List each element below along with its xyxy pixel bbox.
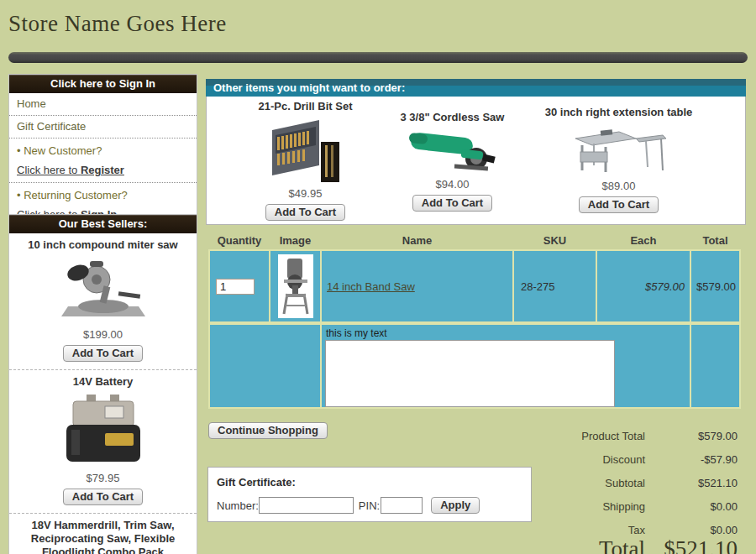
header-divider-bar bbox=[8, 52, 748, 63]
new-customer-block: • New Customer? Click here to Register bbox=[9, 138, 197, 183]
product-price: $79.95 bbox=[13, 472, 193, 484]
image-cell bbox=[270, 251, 320, 321]
totals-value: $579.00 bbox=[645, 430, 738, 442]
extension-table-image bbox=[537, 123, 701, 176]
cart-item-total-price: $579.00 bbox=[691, 280, 739, 293]
product-title: 30 inch right extension table bbox=[537, 106, 701, 118]
best-sellers-panel: Our Best Sellers: 10 inch compound miter… bbox=[8, 214, 197, 554]
sidebar-link-gift-certificate[interactable]: Gift Certificate bbox=[9, 116, 197, 138]
name-cell: 14 inch Band Saw bbox=[322, 251, 512, 321]
column-header-sku: SKU bbox=[514, 233, 596, 249]
product-price: $89.00 bbox=[537, 180, 701, 192]
best-seller-item: 10 inch compound miter saw $199.00 Add T… bbox=[9, 233, 197, 370]
best-sellers-header: Our Best Sellers: bbox=[9, 215, 197, 233]
totals-row: Subtotal $521.10 bbox=[504, 471, 738, 494]
totals-label: Discount bbox=[504, 453, 645, 466]
column-header-image: Image bbox=[270, 233, 320, 249]
totals-label: Shipping bbox=[504, 500, 645, 513]
grand-total-row: Total $521.10 bbox=[504, 536, 738, 554]
totals-value: $0.00 bbox=[645, 524, 738, 536]
add-to-cart-button[interactable]: Add To Cart bbox=[265, 204, 345, 221]
gift-certificate-title: Gift Certificate: bbox=[217, 476, 522, 489]
signin-panel-header[interactable]: Click here to Sign In bbox=[9, 75, 197, 93]
cart-item-each-price: $579.00 bbox=[597, 280, 690, 293]
column-header-quantity: Quantity bbox=[210, 233, 269, 249]
totals-row: Product Total $579.00 bbox=[504, 424, 738, 447]
order-totals: Product Total $579.00 Discount -$57.90 S… bbox=[504, 424, 738, 541]
best-seller-item: 18V Hammerdrill, Trim Saw, Reciprocating… bbox=[9, 514, 197, 554]
page: Store Name Goes Here Click here to Sign … bbox=[0, 0, 756, 554]
add-to-cart-button[interactable]: Add To Cart bbox=[579, 196, 659, 213]
cordless-saw-image bbox=[375, 128, 530, 175]
column-header-total: Total bbox=[691, 233, 739, 249]
sku-cell: 28-275 bbox=[514, 251, 596, 321]
product-title: 18V Hammerdrill, Trim Saw, Reciprocating… bbox=[13, 519, 193, 554]
cart-note-row: this is my text bbox=[210, 325, 739, 407]
returning-customer-prompt: • Returning Customer? bbox=[17, 189, 189, 201]
totals-value: -$57.90 bbox=[645, 453, 738, 466]
note-label: this is my text bbox=[322, 325, 690, 340]
suggestion-item: 21-Pc. Drill Bit Set bbox=[228, 100, 383, 221]
sidebar-link-home[interactable]: Home bbox=[9, 93, 197, 116]
note-textarea[interactable] bbox=[325, 340, 615, 407]
cart-item-link[interactable]: 14 inch Band Saw bbox=[322, 280, 415, 293]
product-price: $199.00 bbox=[13, 328, 193, 341]
totals-row: Discount -$57.90 bbox=[504, 447, 738, 471]
gift-certificate-panel: Gift Certificate: Number: PIN: Apply bbox=[207, 467, 532, 522]
cart-table-header: Quantity Image Name SKU Each Total bbox=[208, 233, 741, 249]
column-header-name: Name bbox=[322, 233, 512, 249]
product-price: $49.95 bbox=[228, 187, 383, 200]
register-link-bold: Register bbox=[81, 164, 124, 176]
note-row-end-cell bbox=[691, 325, 739, 407]
store-title: Store Name Goes Here bbox=[8, 11, 227, 37]
suggestions-header: Other items you might want to order: bbox=[206, 79, 746, 97]
totals-label: Subtotal bbox=[504, 477, 645, 489]
product-price: $94.00 bbox=[375, 178, 530, 191]
cart-table: 14 inch Band Saw 28-275 $579.00 $579.00 … bbox=[208, 249, 741, 409]
new-customer-prompt: • New Customer? bbox=[17, 144, 189, 157]
product-title: 3 3/8" Cordless Saw bbox=[375, 111, 530, 123]
suggestions-panel: 21-Pc. Drill Bit Set bbox=[206, 97, 746, 225]
totals-value: $0.00 bbox=[645, 500, 738, 513]
add-to-cart-button[interactable]: Add To Cart bbox=[63, 489, 143, 505]
best-seller-item: 14V Battery $79.95 Add To Cart bbox=[9, 370, 197, 514]
totals-label: Product Total bbox=[504, 430, 645, 442]
add-to-cart-button[interactable]: Add To Cart bbox=[412, 195, 492, 212]
suggestion-item: 30 inch right extension table $89.00 Add… bbox=[537, 106, 701, 213]
gift-number-input[interactable] bbox=[259, 497, 354, 514]
totals-row: Shipping $0.00 bbox=[504, 494, 738, 518]
product-title: 10 inch compound miter saw bbox=[13, 238, 193, 252]
apply-button[interactable]: Apply bbox=[431, 497, 480, 514]
gift-pin-input[interactable] bbox=[381, 497, 423, 514]
drill-bit-set-image bbox=[228, 117, 383, 184]
suggestion-item: 3 3/8" Cordless Saw $94.00 Add To Cart bbox=[375, 111, 530, 212]
continue-shopping-button[interactable]: Continue Shopping bbox=[208, 422, 328, 439]
gift-pin-label: PIN: bbox=[359, 499, 380, 512]
grand-total-label: Total bbox=[504, 536, 645, 554]
note-cell: this is my text bbox=[322, 325, 690, 407]
add-to-cart-button[interactable]: Add To Cart bbox=[63, 345, 143, 362]
quantity-input[interactable] bbox=[216, 279, 255, 295]
grand-total-value: $521.10 bbox=[645, 536, 738, 554]
note-row-spacer-cell bbox=[210, 325, 320, 407]
each-cell: $579.00 bbox=[597, 251, 690, 321]
signin-panel: Click here to Sign In Home Gift Certific… bbox=[8, 74, 197, 228]
totals-label: Tax bbox=[504, 524, 645, 536]
quantity-cell bbox=[210, 251, 269, 321]
column-header-each: Each bbox=[597, 233, 690, 249]
band-saw-image bbox=[278, 254, 313, 318]
cart-item-row: 14 inch Band Saw 28-275 $579.00 $579.00 bbox=[210, 251, 739, 321]
totals-value: $521.10 bbox=[645, 477, 738, 489]
miter-saw-image bbox=[13, 255, 193, 324]
product-title: 21-Pc. Drill Bit Set bbox=[228, 100, 383, 112]
product-title: 14V Battery bbox=[13, 375, 193, 389]
gift-number-label: Number: bbox=[217, 499, 259, 512]
register-link[interactable]: Click here to Register bbox=[17, 164, 124, 176]
cart-item-sku: 28-275 bbox=[514, 280, 554, 293]
battery-image bbox=[13, 392, 193, 468]
total-cell: $579.00 bbox=[691, 251, 739, 321]
register-link-text: Click here to bbox=[17, 164, 81, 176]
